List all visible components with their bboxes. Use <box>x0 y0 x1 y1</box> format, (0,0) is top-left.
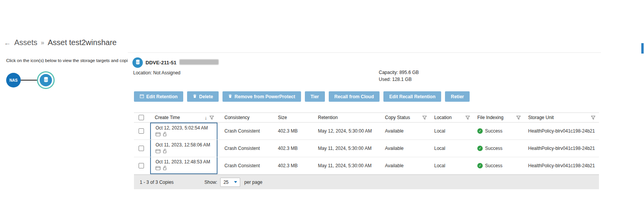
nas-node[interactable]: NAS <box>6 73 21 87</box>
asset-copies-page: ← Assets » Asset test2winshare Click on … <box>0 0 644 205</box>
retention-value: May 11, 2024, 5:30:00 AM <box>315 157 380 174</box>
retier-label: Retier <box>451 94 464 99</box>
breadcrumb-assets[interactable]: Assets <box>14 38 37 47</box>
node-connector-line <box>21 80 37 81</box>
copies-table: Create Time ↓ Consistency Size Retention… <box>134 113 599 189</box>
column-header-size: Size <box>274 113 315 122</box>
storage-unit-value: HealthPolicy-blrv041c198-24b21 <box>524 140 599 157</box>
filter-icon[interactable] <box>516 116 521 120</box>
table-header-row: Create Time ↓ Consistency Size Retention… <box>134 113 599 123</box>
create-time-cell[interactable]: Oct 11, 2023, 12:58:06 AM <box>150 140 217 157</box>
back-arrow-icon[interactable]: ← <box>4 39 11 46</box>
filter-icon[interactable] <box>209 116 214 120</box>
location-label: Location: <box>133 70 152 76</box>
page-size-value: 25 <box>223 180 228 185</box>
capacity-block: Capacity: 895.6 GB Used: 128.1 GB <box>379 69 419 83</box>
column-header-retention: Retention <box>315 113 380 122</box>
row-checkbox[interactable] <box>139 128 144 134</box>
location-line: Location: Not Assigned <box>133 70 181 76</box>
create-time-header-label: Create Time <box>155 115 180 120</box>
breadcrumb: ← Assets » Asset test2winshare <box>4 38 117 47</box>
create-time-cell[interactable]: Oct 12, 2023, 5:02:54 AM <box>150 123 217 139</box>
success-check-icon: ✓ <box>477 163 483 168</box>
table-row: Oct 12, 2023, 5:02:54 AM Crash Consisten… <box>134 123 599 140</box>
storage-target-node-selected[interactable] <box>37 71 55 89</box>
filter-icon[interactable] <box>422 116 427 120</box>
unlocked-icon <box>163 132 167 138</box>
file-indexing-value: Success <box>485 128 502 134</box>
used-value: 128.1 GB <box>392 77 412 82</box>
page-size-select[interactable]: 25 <box>220 178 240 187</box>
success-check-icon: ✓ <box>477 146 483 151</box>
recall-from-cloud-label: Recall from Cloud <box>335 94 374 99</box>
storage-target-name: DDVE-211-51 <box>146 60 176 66</box>
size-value: 402.3 MB <box>274 123 315 139</box>
show-label: Show: <box>204 180 217 185</box>
column-header-file-indexing: File Indexing <box>473 113 524 122</box>
used-label: Used: <box>379 77 391 82</box>
delete-label: Delete <box>199 94 213 99</box>
table-row: Oct 11, 2023, 12:48:53 AM Crash Consiste… <box>134 157 599 175</box>
remove-from-powerprotect-button[interactable]: Remove from PowerProtect <box>222 91 301 102</box>
trash-icon <box>193 94 197 99</box>
column-header-storage-unit: Storage Unit <box>524 113 599 122</box>
row-checkbox[interactable] <box>139 163 144 168</box>
location-header-label: Location <box>434 115 452 120</box>
column-header-create-time: Create Time ↓ <box>150 113 217 122</box>
chevron-down-icon <box>234 181 237 183</box>
retier-button[interactable]: Retier <box>445 91 470 102</box>
tier-button[interactable]: Tier <box>305 91 325 102</box>
table-footer: 1 - 3 of 3 Copies Show: 25 per page <box>134 175 599 189</box>
storage-target-header-circle <box>132 57 143 68</box>
page-title: Asset test2winshare <box>48 38 117 47</box>
copy-status-header-label: Copy Status <box>385 115 410 120</box>
edit-retention-label: Edit Retention <box>146 94 177 99</box>
success-badge: ✓ Success <box>477 163 502 168</box>
storage-unit-value: HealthPolicy-blrv041c198-24b21 <box>524 123 599 139</box>
delete-button[interactable]: Delete <box>187 91 219 102</box>
edit-recall-retention-label: Edit Recall Retention <box>389 94 435 99</box>
tier-label: Tier <box>311 94 319 99</box>
recall-from-cloud-button[interactable]: Recall from Cloud <box>329 91 380 102</box>
location-value: Local <box>430 157 473 174</box>
column-header-consistency: Consistency <box>217 113 274 122</box>
unlocked-icon <box>163 166 167 171</box>
file-indexing-cell: ✓ Success <box>473 140 524 157</box>
filter-icon[interactable] <box>465 116 470 120</box>
copy-type-icon <box>156 132 161 138</box>
location-value: Local <box>430 140 473 157</box>
select-all-checkbox[interactable] <box>139 115 144 120</box>
success-badge: ✓ Success <box>477 146 502 151</box>
copies-panel: DDVE-211-51 Location: Not Assigned Capac… <box>128 52 601 195</box>
location-value: Local <box>430 123 473 139</box>
capacity-value: 895.6 GB <box>399 70 419 75</box>
column-header-copy-status: Copy Status <box>380 113 430 122</box>
storage-unit-header-label: Storage Unit <box>528 115 554 120</box>
storage-unit-value: HealthPolicy-blrv041c198-24b21 <box>524 157 599 174</box>
vertical-scrollbar-thumb[interactable] <box>641 43 644 54</box>
edit-recall-retention-button[interactable]: Edit Recall Retention <box>383 91 441 102</box>
file-indexing-cell: ✓ Success <box>473 123 524 139</box>
pagination-summary: 1 - 3 of 3 Copies <box>140 180 174 185</box>
location-value: Not Assigned <box>153 70 181 76</box>
copy-status-value: Available <box>380 140 430 157</box>
file-indexing-cell: ✓ Success <box>473 157 524 174</box>
consistency-value: Crash Consistent <box>217 140 274 157</box>
create-time-cell[interactable]: Oct 11, 2023, 12:48:53 AM <box>150 157 217 174</box>
sort-descending-icon[interactable]: ↓ <box>205 115 207 121</box>
success-badge: ✓ Success <box>477 128 502 134</box>
database-node-circle <box>40 74 52 86</box>
retention-value: May 11, 2024, 5:30:00 AM <box>315 140 380 157</box>
storage-target-map: NAS <box>6 71 55 89</box>
calendar-edit-icon <box>140 94 144 99</box>
row-checkbox[interactable] <box>139 146 144 151</box>
file-indexing-header-label: File Indexing <box>477 115 503 120</box>
trash-icon <box>228 94 232 99</box>
database-icon <box>43 77 49 84</box>
consistency-value: Crash Consistent <box>217 123 274 139</box>
file-indexing-value: Success <box>485 163 502 168</box>
file-indexing-value: Success <box>485 146 502 151</box>
create-time-value: Oct 12, 2023, 5:02:54 AM <box>156 125 208 131</box>
edit-retention-button[interactable]: Edit Retention <box>134 91 183 102</box>
filter-icon[interactable] <box>591 116 595 120</box>
